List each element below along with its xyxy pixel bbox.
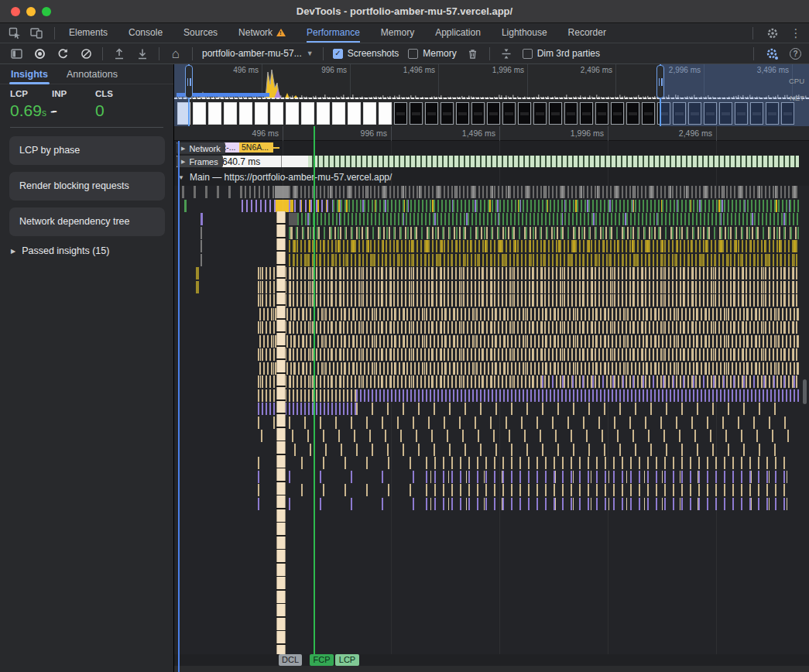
screenshot-thumbnail[interactable] [332,102,345,125]
tab-lighthouse[interactable]: Lighthouse [502,23,547,43]
insight-card-network-dependency-tree[interactable]: Network dependency tree [9,207,165,236]
screenshot-thumbnail[interactable] [193,102,206,125]
vertical-scrollbar[interactable] [803,379,807,404]
screenshot-thumbnail[interactable] [239,102,252,125]
flame-activity-segment[interactable] [289,254,799,266]
flame-activity-segment[interactable] [258,417,790,429]
flame-activity-segment[interactable] [258,348,799,361]
insight-card-render-blocking-requests[interactable]: Render blocking requests [9,172,165,201]
screenshot-thumbnail[interactable] [533,102,547,125]
long-task-column[interactable] [276,211,286,654]
toggle-sidebar-icon[interactable] [9,46,23,60]
tab-elements[interactable]: Elements [69,23,108,43]
screenshot-thumbnail[interactable] [208,102,221,125]
dim-3rd-parties-checkbox[interactable] [523,49,533,59]
marker-badge-fcp[interactable]: FCP [310,654,334,666]
close-window-button[interactable] [11,7,20,16]
device-toolbar-icon[interactable] [29,26,43,40]
collapse-tracks-icon[interactable] [499,46,513,60]
screenshots-checkbox[interactable] [333,49,343,59]
screenshot-thumbnail[interactable] [487,102,500,125]
screenshot-thumbnail[interactable] [518,102,531,125]
flame-activity-segment[interactable] [201,227,202,239]
inspect-element-icon[interactable] [8,26,22,40]
screenshot-thumbnail[interactable] [549,102,562,125]
screenshot-thumbnail[interactable] [471,102,485,125]
insight-card-lcp-by-phase[interactable]: LCP by phase [9,136,165,165]
screenshot-thumbnail[interactable] [286,102,299,125]
screenshot-thumbnail[interactable] [611,102,624,125]
flame-activity-segment[interactable] [184,200,187,212]
main-track-header[interactable]: ▼ Main — https://portfolio-amber-mu-57.v… [178,172,392,183]
tab-application[interactable]: Application [435,23,481,43]
flame-activity-segment[interactable] [242,200,276,212]
maximize-window-button[interactable] [42,7,51,16]
screenshot-thumbnail[interactable] [502,102,516,125]
flame-activity-segment[interactable] [294,444,790,456]
screenshot-thumbnail[interactable] [642,102,655,125]
memory-checkbox[interactable] [408,49,418,59]
timeline-overview[interactable]: CPU NET 496 ms996 ms1,496 ms1,996 ms2,49… [174,64,809,126]
screenshot-thumbnail[interactable] [456,102,469,125]
flame-activity-segment[interactable] [201,213,203,225]
flame-activity-segment[interactable] [275,186,289,198]
flame-activity-segment[interactable] [333,200,799,212]
tab-insights[interactable]: Insights [11,69,48,80]
screenshot-thumbnail[interactable] [348,102,361,125]
screenshot-thumbnail[interactable] [394,102,407,125]
flame-activity-segment[interactable] [258,267,799,279]
clear-button[interactable] [79,46,93,60]
screenshot-thumbnail[interactable] [270,102,283,125]
tab-sources[interactable]: Sources [183,23,218,43]
flame-activity-segment[interactable] [289,213,297,225]
screenshots-checkbox-group[interactable]: Screenshots [333,48,399,59]
garbage-collect-icon[interactable] [466,46,480,60]
settings-gear-icon[interactable] [766,26,780,40]
flame-activity-segment[interactable] [258,362,799,375]
screenshot-thumbnail[interactable] [564,102,578,125]
home-icon[interactable]: ⌂ [169,46,183,60]
flame-activity-segment[interactable] [297,213,799,225]
tab-performance[interactable]: Performance [307,23,360,43]
tab-console[interactable]: Console [129,23,163,43]
dim-3rd-parties-checkbox-group[interactable]: Dim 3rd parties [523,48,600,59]
screenshot-thumbnail[interactable] [224,102,237,125]
flame-activity-segment[interactable] [258,335,799,348]
screenshot-thumbnail[interactable] [255,102,268,125]
flame-activity-segment[interactable] [258,403,356,415]
detail-time-ruler[interactable]: 496 ms996 ms1,496 ms1,996 ms2,496 ms [174,126,809,141]
flame-activity-segment[interactable] [289,186,799,198]
screenshot-thumbnail[interactable] [440,102,454,125]
passed-insights-expander[interactable]: ▶ Passed insights (15) [11,245,109,256]
flame-chart[interactable] [174,186,809,654]
memory-checkbox-group[interactable]: Memory [408,48,456,59]
tab-memory[interactable]: Memory [381,23,414,43]
flame-activity-segment[interactable] [258,308,799,321]
screenshot-thumbnail[interactable] [425,102,438,125]
screenshot-thumbnail[interactable] [301,102,314,125]
flame-activity-segment[interactable] [356,403,790,415]
marker-badge-dcl[interactable]: DCL [279,654,302,666]
network-track-expander[interactable]: ▶Network [177,142,225,154]
download-profile-icon[interactable] [135,46,149,60]
window-drag-handle-left[interactable] [185,65,193,98]
upload-profile-icon[interactable] [112,46,126,60]
screenshot-thumbnail[interactable] [379,102,392,125]
flame-activity-segment[interactable] [201,240,202,252]
record-button[interactable] [33,46,46,60]
flame-activity-segment[interactable] [201,254,202,266]
flame-activity-segment[interactable] [289,240,799,252]
tab-network[interactable]: Network [238,23,286,43]
flame-activity-segment[interactable] [356,389,799,402]
page-selector-dropdown[interactable]: portfolio-amber-mu-57... ▼ [202,48,314,59]
screenshot-thumbnail[interactable] [363,102,376,125]
screenshot-thumbnail[interactable] [595,102,608,125]
help-icon[interactable]: ? [790,48,801,60]
flame-activity-segment[interactable] [196,281,199,293]
flame-activity-segment[interactable] [289,227,799,239]
frames-track-expander[interactable]: ▶ Frames [177,156,223,167]
flame-activity-segment[interactable] [258,389,356,402]
reload-and-record-button[interactable] [56,46,70,60]
screenshot-thumbnail[interactable] [317,102,330,125]
flame-activity-segment[interactable] [240,186,275,198]
